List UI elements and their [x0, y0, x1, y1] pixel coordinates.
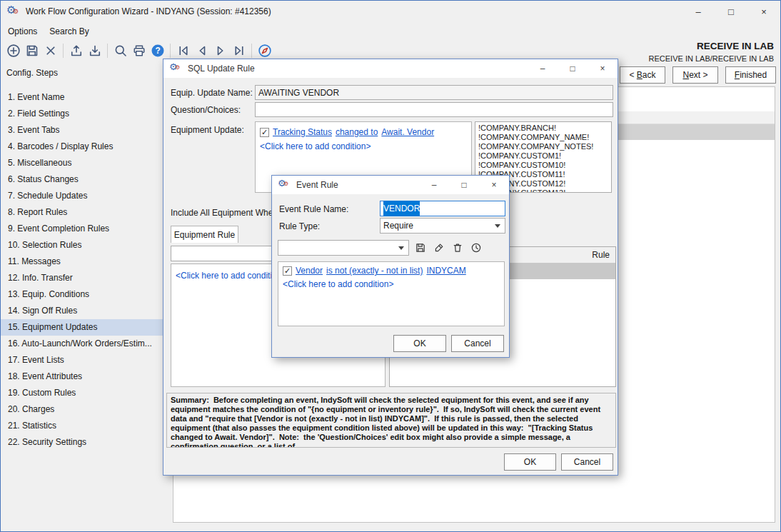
- delete-rule-button[interactable]: [450, 240, 465, 256]
- sidebar-step-item[interactable]: 17. Event Lists: [1, 352, 172, 368]
- equipment-rule-tab[interactable]: Equipment Rule: [171, 226, 238, 243]
- window-minimize-button[interactable]: –: [682, 1, 715, 22]
- rule-select-combo[interactable]: [278, 240, 409, 256]
- sql-cancel-button[interactable]: Cancel: [561, 453, 613, 471]
- sidebar-step-item[interactable]: 13. Equip. Conditions: [1, 286, 172, 303]
- sidebar-step-item[interactable]: 7. Schedule Updates: [1, 188, 172, 204]
- sidebar-step-item[interactable]: 14. Sign Off Rules: [1, 303, 172, 319]
- import-icon: [88, 44, 102, 58]
- add-button[interactable]: [4, 42, 22, 60]
- selected-text: VENDOR: [383, 201, 420, 216]
- menu-bar: Options Search By: [1, 22, 780, 41]
- next-button[interactable]: Next >: [672, 66, 718, 84]
- navigate-icon: [258, 44, 272, 58]
- equip-update-name-label: Equip. Update Name:: [171, 88, 253, 98]
- equip-update-name-input[interactable]: [255, 85, 613, 100]
- update-rule-operator-link[interactable]: changed to: [336, 127, 378, 137]
- next-record-button[interactable]: [211, 42, 229, 60]
- search-button[interactable]: [111, 42, 129, 60]
- window-close-button[interactable]: ×: [747, 1, 780, 22]
- erase-rule-button[interactable]: [431, 240, 447, 256]
- menu-options[interactable]: Options: [8, 26, 37, 36]
- sidebar-step-item[interactable]: 20. Charges: [1, 401, 172, 418]
- sidebar-step-item[interactable]: 6. Status Changes: [1, 171, 172, 188]
- event-dialog-titlebar[interactable]: ⚙⚙ Event Rule – □ ×: [272, 176, 509, 194]
- sidebar-step-item[interactable]: 1. Event Name: [1, 89, 172, 106]
- token-item[interactable]: !COMPANY.CUSTOM1!: [478, 151, 608, 161]
- finished-button[interactable]: Finished: [725, 66, 776, 84]
- sql-dialog-maximize-button[interactable]: □: [558, 59, 588, 78]
- sidebar-step-item[interactable]: 22. Security Settings: [1, 434, 172, 451]
- event-rule-value-link[interactable]: INDYCAM: [426, 266, 465, 276]
- maximize-icon: □: [570, 64, 575, 74]
- last-record-button[interactable]: [230, 42, 248, 60]
- sidebar-step-item[interactable]: 19. Custom Rules: [1, 385, 172, 401]
- navigate-button[interactable]: [256, 42, 273, 60]
- dialog-gear-icon: ⚙⚙: [169, 62, 182, 75]
- event-dialog-minimize-button[interactable]: –: [419, 176, 449, 194]
- previous-record-button[interactable]: [193, 42, 211, 60]
- save-rule-button[interactable]: [413, 240, 428, 256]
- event-rule-name-input[interactable]: VENDOR: [380, 201, 505, 216]
- token-item[interactable]: !COMPANY.COMPANY_NAME!: [478, 133, 608, 142]
- sidebar-step-item[interactable]: 21. Statistics: [1, 418, 172, 434]
- sidebar-step-item[interactable]: 9. Event Completion Rules: [1, 221, 172, 237]
- sidebar-step-item[interactable]: 4. Barcodes / Display Rules: [1, 139, 172, 155]
- first-record-button[interactable]: [174, 42, 192, 60]
- add-condition-link[interactable]: <Click here to add condition>: [256, 137, 471, 151]
- save-icon: [25, 44, 39, 58]
- event-rule-field-link[interactable]: Vendor: [296, 266, 323, 276]
- token-item[interactable]: !COMPANY.CUSTOM10!: [478, 161, 608, 170]
- sidebar-step-item[interactable]: 16. Auto-Launch/Work Orders/Estim...: [1, 336, 172, 352]
- sidebar-step-item[interactable]: 12. Info. Transfer: [1, 270, 172, 286]
- menu-search-by[interactable]: Search By: [49, 26, 89, 36]
- app-logo-gear-icon: ⚙⚙: [6, 5, 19, 18]
- sql-ok-button[interactable]: OK: [504, 453, 556, 471]
- save-button[interactable]: [23, 42, 41, 60]
- rule-type-dropdown[interactable]: Require: [380, 218, 505, 234]
- sidebar-step-item[interactable]: 11. Messages: [1, 254, 172, 270]
- update-rule-checkbox[interactable]: ✓: [260, 128, 269, 137]
- history-icon: [470, 242, 482, 254]
- print-button[interactable]: [130, 42, 148, 60]
- update-rule-value-link[interactable]: Await. Vendor: [381, 127, 434, 137]
- svg-text:?: ?: [155, 46, 160, 56]
- sidebar-step-item[interactable]: 15. Equipment Updates: [1, 319, 172, 336]
- back-button[interactable]: < Back: [620, 66, 665, 84]
- chevron-down-icon: [398, 246, 404, 250]
- event-rule-operator-link[interactable]: is not (exactly - not in list): [326, 266, 423, 276]
- event-dialog-close-button[interactable]: ×: [479, 176, 509, 194]
- minimize-icon: –: [695, 6, 700, 17]
- save-rule-icon: [415, 242, 426, 254]
- window-maximize-button[interactable]: □: [715, 1, 747, 22]
- sql-dialog-minimize-button[interactable]: –: [528, 59, 558, 78]
- export-button[interactable]: [67, 42, 85, 60]
- event-cancel-button[interactable]: Cancel: [451, 335, 504, 352]
- question-choices-input[interactable]: [255, 102, 613, 117]
- sidebar-step-item[interactable]: 2. Field Settings: [1, 106, 172, 122]
- sql-dialog-close-button[interactable]: ×: [588, 59, 618, 78]
- token-item[interactable]: !COMPANY.BRANCH!: [478, 124, 608, 133]
- token-item[interactable]: !COMPANY.COMPANY_NOTES!: [478, 142, 608, 151]
- minimize-icon: –: [432, 180, 437, 190]
- sidebar-step-item[interactable]: 5. Miscellaneous: [1, 155, 172, 171]
- delete-button[interactable]: [41, 42, 59, 60]
- event-rule-checkbox[interactable]: ✓: [283, 266, 292, 276]
- include-all-equipment-label: Include All Equipment Where:: [171, 208, 283, 218]
- update-rule-field-link[interactable]: Tracking Status: [273, 127, 332, 137]
- window-titlebar[interactable]: ⚙⚙ Work Flow Configuration Wizard - INDY…: [1, 1, 780, 22]
- sidebar-step-item[interactable]: 18. Event Attributes: [1, 368, 172, 385]
- event-ok-button[interactable]: OK: [393, 335, 446, 352]
- sidebar-step-item[interactable]: 8. Report Rules: [1, 204, 172, 221]
- add-icon: [6, 44, 21, 58]
- event-dialog-maximize-button[interactable]: □: [449, 176, 479, 194]
- history-button[interactable]: [468, 240, 484, 256]
- delete-icon: [44, 44, 58, 58]
- sql-dialog-titlebar[interactable]: ⚙⚙ SQL Update Rule – □ ×: [163, 59, 618, 78]
- sidebar-step-item[interactable]: 3. Event Tabs: [1, 122, 172, 139]
- close-icon: ×: [600, 64, 605, 74]
- event-add-condition-link[interactable]: <Click here to add condition>: [278, 276, 504, 289]
- import-button[interactable]: [86, 42, 104, 60]
- help-button[interactable]: ?: [148, 42, 166, 60]
- sidebar-step-item[interactable]: 10. Selection Rules: [1, 237, 172, 254]
